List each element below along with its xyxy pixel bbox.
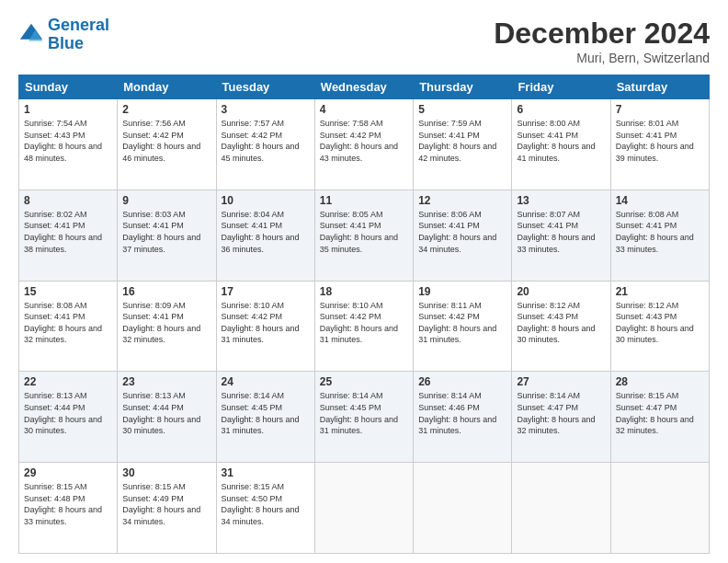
calendar-cell: 19Sunrise: 8:11 AMSunset: 4:42 PMDayligh… <box>414 281 512 372</box>
day-number: 8 <box>24 194 112 207</box>
calendar-header-thursday: Thursday <box>414 75 512 99</box>
title-block: December 2024 Muri, Bern, Switzerland <box>494 17 710 65</box>
day-number: 19 <box>418 285 506 298</box>
calendar-cell: 15Sunrise: 8:08 AMSunset: 4:41 PMDayligh… <box>19 281 118 372</box>
day-detail: Sunrise: 8:14 AMSunset: 4:47 PMDaylight:… <box>517 390 605 436</box>
day-detail: Sunrise: 8:02 AMSunset: 4:41 PMDaylight:… <box>24 209 112 255</box>
day-detail: Sunrise: 8:15 AMSunset: 4:47 PMDaylight:… <box>616 390 704 436</box>
calendar-cell: 20Sunrise: 8:12 AMSunset: 4:43 PMDayligh… <box>512 281 610 372</box>
day-number: 25 <box>320 375 408 388</box>
calendar-cell <box>512 463 610 554</box>
calendar-cell: 31Sunrise: 8:15 AMSunset: 4:50 PMDayligh… <box>216 463 314 554</box>
day-number: 29 <box>24 466 112 479</box>
day-number: 6 <box>517 103 605 116</box>
calendar-header-tuesday: Tuesday <box>216 75 314 99</box>
day-detail: Sunrise: 7:54 AMSunset: 4:43 PMDaylight:… <box>24 118 112 164</box>
day-number: 21 <box>616 285 704 298</box>
logo: General Blue <box>18 17 109 53</box>
logo-text: General Blue <box>48 17 109 53</box>
calendar-cell: 27Sunrise: 8:14 AMSunset: 4:47 PMDayligh… <box>512 372 610 463</box>
day-detail: Sunrise: 8:12 AMSunset: 4:43 PMDaylight:… <box>616 300 704 346</box>
day-number: 9 <box>122 194 210 207</box>
calendar-week-row: 15Sunrise: 8:08 AMSunset: 4:41 PMDayligh… <box>19 281 710 372</box>
calendar-cell: 21Sunrise: 8:12 AMSunset: 4:43 PMDayligh… <box>610 281 709 372</box>
day-detail: Sunrise: 8:14 AMSunset: 4:46 PMDaylight:… <box>418 390 506 436</box>
day-detail: Sunrise: 8:10 AMSunset: 4:42 PMDaylight:… <box>222 300 310 346</box>
calendar-header-friday: Friday <box>512 75 610 99</box>
logo-line1: General <box>48 16 109 34</box>
day-number: 22 <box>24 375 112 388</box>
calendar-header-saturday: Saturday <box>610 75 709 99</box>
day-detail: Sunrise: 8:05 AMSunset: 4:41 PMDaylight:… <box>320 209 408 255</box>
calendar-cell: 9Sunrise: 8:03 AMSunset: 4:41 PMDaylight… <box>118 190 216 281</box>
day-number: 10 <box>222 194 310 207</box>
calendar-cell: 2Sunrise: 7:56 AMSunset: 4:42 PMDaylight… <box>118 99 216 190</box>
day-number: 20 <box>517 285 605 298</box>
calendar-cell: 22Sunrise: 8:13 AMSunset: 4:44 PMDayligh… <box>19 372 118 463</box>
day-detail: Sunrise: 8:15 AMSunset: 4:50 PMDaylight:… <box>222 481 310 527</box>
calendar-cell: 24Sunrise: 8:14 AMSunset: 4:45 PMDayligh… <box>216 372 314 463</box>
day-number: 27 <box>517 375 605 388</box>
day-number: 5 <box>418 103 506 116</box>
calendar-week-row: 29Sunrise: 8:15 AMSunset: 4:48 PMDayligh… <box>19 463 710 554</box>
calendar-header-row: SundayMondayTuesdayWednesdayThursdayFrid… <box>19 75 710 99</box>
calendar-cell: 7Sunrise: 8:01 AMSunset: 4:41 PMDaylight… <box>610 99 709 190</box>
calendar-table: SundayMondayTuesdayWednesdayThursdayFrid… <box>18 75 710 554</box>
day-number: 17 <box>222 285 310 298</box>
day-detail: Sunrise: 8:06 AMSunset: 4:41 PMDaylight:… <box>418 209 506 255</box>
calendar-cell: 3Sunrise: 7:57 AMSunset: 4:42 PMDaylight… <box>216 99 314 190</box>
day-number: 12 <box>418 194 506 207</box>
day-number: 4 <box>320 103 408 116</box>
day-detail: Sunrise: 7:57 AMSunset: 4:42 PMDaylight:… <box>222 118 310 164</box>
day-detail: Sunrise: 8:01 AMSunset: 4:41 PMDaylight:… <box>616 118 704 164</box>
calendar-cell: 13Sunrise: 8:07 AMSunset: 4:41 PMDayligh… <box>512 190 610 281</box>
calendar-cell: 8Sunrise: 8:02 AMSunset: 4:41 PMDaylight… <box>19 190 118 281</box>
calendar-cell <box>610 463 709 554</box>
calendar-week-row: 1Sunrise: 7:54 AMSunset: 4:43 PMDaylight… <box>19 99 710 190</box>
day-number: 24 <box>222 375 310 388</box>
calendar-cell: 17Sunrise: 8:10 AMSunset: 4:42 PMDayligh… <box>216 281 314 372</box>
calendar-cell: 4Sunrise: 7:58 AMSunset: 4:42 PMDaylight… <box>314 99 413 190</box>
calendar-cell: 1Sunrise: 7:54 AMSunset: 4:43 PMDaylight… <box>19 99 118 190</box>
day-detail: Sunrise: 8:12 AMSunset: 4:43 PMDaylight:… <box>517 300 605 346</box>
day-detail: Sunrise: 8:09 AMSunset: 4:41 PMDaylight:… <box>122 300 210 346</box>
day-number: 23 <box>122 375 210 388</box>
calendar-week-row: 22Sunrise: 8:13 AMSunset: 4:44 PMDayligh… <box>19 372 710 463</box>
day-detail: Sunrise: 8:03 AMSunset: 4:41 PMDaylight:… <box>122 209 210 255</box>
day-detail: Sunrise: 7:59 AMSunset: 4:41 PMDaylight:… <box>418 118 506 164</box>
day-detail: Sunrise: 8:15 AMSunset: 4:49 PMDaylight:… <box>122 481 210 527</box>
day-number: 26 <box>418 375 506 388</box>
day-number: 2 <box>122 103 210 116</box>
calendar-cell: 12Sunrise: 8:06 AMSunset: 4:41 PMDayligh… <box>414 190 512 281</box>
day-detail: Sunrise: 8:10 AMSunset: 4:42 PMDaylight:… <box>320 300 408 346</box>
main-title: December 2024 <box>494 17 710 51</box>
day-detail: Sunrise: 8:13 AMSunset: 4:44 PMDaylight:… <box>24 390 112 436</box>
day-detail: Sunrise: 7:56 AMSunset: 4:42 PMDaylight:… <box>122 118 210 164</box>
day-number: 3 <box>222 103 310 116</box>
calendar-header-wednesday: Wednesday <box>314 75 413 99</box>
day-detail: Sunrise: 8:15 AMSunset: 4:48 PMDaylight:… <box>24 481 112 527</box>
logo-line2: Blue <box>48 34 84 52</box>
day-detail: Sunrise: 8:11 AMSunset: 4:42 PMDaylight:… <box>418 300 506 346</box>
calendar-cell: 23Sunrise: 8:13 AMSunset: 4:44 PMDayligh… <box>118 372 216 463</box>
calendar-week-row: 8Sunrise: 8:02 AMSunset: 4:41 PMDaylight… <box>19 190 710 281</box>
day-number: 1 <box>24 103 112 116</box>
day-detail: Sunrise: 8:00 AMSunset: 4:41 PMDaylight:… <box>517 118 605 164</box>
day-number: 16 <box>122 285 210 298</box>
day-number: 31 <box>222 466 310 479</box>
day-detail: Sunrise: 8:08 AMSunset: 4:41 PMDaylight:… <box>24 300 112 346</box>
day-detail: Sunrise: 8:04 AMSunset: 4:41 PMDaylight:… <box>222 209 310 255</box>
day-number: 30 <box>122 466 210 479</box>
calendar-cell <box>314 463 413 554</box>
calendar-cell: 5Sunrise: 7:59 AMSunset: 4:41 PMDaylight… <box>414 99 512 190</box>
calendar-cell: 10Sunrise: 8:04 AMSunset: 4:41 PMDayligh… <box>216 190 314 281</box>
day-detail: Sunrise: 8:14 AMSunset: 4:45 PMDaylight:… <box>320 390 408 436</box>
calendar-cell: 18Sunrise: 8:10 AMSunset: 4:42 PMDayligh… <box>314 281 413 372</box>
calendar-cell: 28Sunrise: 8:15 AMSunset: 4:47 PMDayligh… <box>610 372 709 463</box>
calendar-cell: 6Sunrise: 8:00 AMSunset: 4:41 PMDaylight… <box>512 99 610 190</box>
day-detail: Sunrise: 8:14 AMSunset: 4:45 PMDaylight:… <box>222 390 310 436</box>
calendar-cell: 25Sunrise: 8:14 AMSunset: 4:45 PMDayligh… <box>314 372 413 463</box>
day-number: 14 <box>616 194 704 207</box>
calendar-cell <box>414 463 512 554</box>
day-detail: Sunrise: 8:13 AMSunset: 4:44 PMDaylight:… <box>122 390 210 436</box>
